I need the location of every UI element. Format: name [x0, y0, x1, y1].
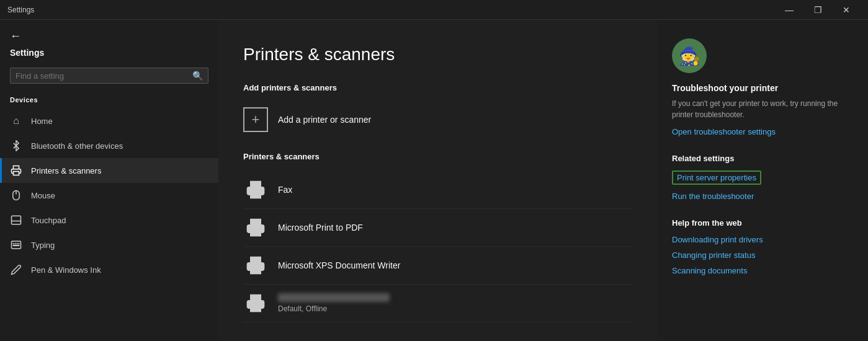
typing-icon — [10, 239, 22, 251]
maximize-button[interactable]: ❐ — [803, 0, 832, 20]
page-title: Printers & scanners — [243, 45, 632, 64]
sidebar-app-title: Settings — [0, 48, 218, 63]
sidebar-label-bluetooth: Bluetooth & other devices — [31, 141, 123, 151]
right-panel: 🧙 Troubleshoot your printer If you can't… — [657, 20, 868, 341]
main-container: ← Settings 🔍 Devices ⌂ Home Bluetooth & … — [0, 20, 868, 341]
printer-icon-xps — [243, 253, 268, 278]
printer-name-pdf: Microsoft Print to PDF — [278, 223, 363, 232]
add-section-title: Add printers & scanners — [243, 83, 632, 92]
sidebar-item-mouse[interactable]: Mouse — [0, 183, 218, 208]
print-server-properties-link[interactable]: Print server properties — [672, 170, 761, 185]
sidebar-item-bluetooth[interactable]: Bluetooth & other devices — [0, 133, 218, 158]
printer-icon-fax — [243, 177, 268, 202]
svg-rect-11 — [251, 192, 261, 198]
printer-icon-pdf — [243, 215, 268, 240]
mouse-icon — [10, 189, 22, 202]
sidebar-item-touchpad[interactable]: Touchpad — [0, 208, 218, 232]
sidebar-label-pen: Pen & Windows Ink — [31, 265, 101, 275]
sidebar-item-pen[interactable]: Pen & Windows Ink — [0, 257, 218, 282]
add-printer-row[interactable]: + Add a printer or scanner — [243, 102, 632, 137]
svg-rect-12 — [251, 229, 261, 236]
content-area: Printers & scanners Add printers & scann… — [218, 20, 657, 341]
sidebar: ← Settings 🔍 Devices ⌂ Home Bluetooth & … — [0, 20, 218, 341]
printer-item-pdf[interactable]: Microsoft Print to PDF — [243, 209, 632, 247]
touchpad-icon — [10, 214, 22, 226]
sidebar-label-home: Home — [31, 117, 53, 126]
search-icon: 🔍 — [192, 71, 203, 81]
window-controls: — ❐ ✕ — [775, 0, 861, 20]
sidebar-item-printers[interactable]: Printers & scanners — [0, 158, 218, 183]
sidebar-label-typing: Typing — [31, 241, 55, 250]
sidebar-label-mouse: Mouse — [31, 191, 55, 200]
svg-rect-14 — [251, 305, 261, 312]
svg-rect-3 — [12, 216, 21, 224]
printer-item-xps[interactable]: Microsoft XPS Document Writer — [243, 247, 632, 285]
printers-section-title: Printers & scanners — [243, 152, 632, 161]
sidebar-section-title: Devices — [0, 94, 218, 108]
printer-icon-default — [243, 291, 268, 316]
search-box[interactable]: 🔍 — [10, 68, 208, 84]
open-troubleshooter-link[interactable]: Open troubleshooter settings — [672, 127, 776, 136]
svg-rect-13 — [251, 267, 261, 274]
app-title: Settings — [7, 6, 775, 14]
printer-status-default: Default, Offline — [278, 304, 390, 313]
close-button[interactable]: ✕ — [832, 0, 861, 20]
sidebar-item-home[interactable]: ⌂ Home — [0, 108, 218, 133]
troubleshoot-desc: If you can't get your printer to work, t… — [672, 98, 853, 120]
printer-name-blurred — [278, 293, 390, 302]
help-link-1[interactable]: Changing printer status — [672, 250, 853, 260]
home-icon: ⌂ — [10, 115, 22, 127]
sidebar-item-typing[interactable]: Typing — [0, 232, 218, 257]
help-web-title: Help from the web — [672, 218, 853, 228]
printer-info-pdf: Microsoft Print to PDF — [278, 223, 363, 232]
printer-item-default[interactable]: Default, Offline — [243, 285, 632, 322]
svg-rect-0 — [14, 172, 19, 175]
minimize-button[interactable]: — — [775, 0, 803, 20]
add-printer-label: Add a printer or scanner — [278, 115, 371, 125]
printer-info-default: Default, Offline — [278, 293, 390, 313]
troubleshoot-title: Troubleshoot your printer — [672, 83, 853, 93]
help-link-0[interactable]: Downloading print drivers — [672, 235, 853, 244]
avatar: 🧙 — [672, 38, 707, 73]
help-link-2[interactable]: Scanning documents — [672, 266, 853, 275]
pen-icon — [10, 264, 22, 276]
printer-item-fax[interactable]: Fax — [243, 171, 632, 209]
printer-info-xps: Microsoft XPS Document Writer — [278, 260, 400, 270]
search-input[interactable] — [16, 71, 192, 81]
titlebar: Settings — ❐ ✕ — [0, 0, 868, 20]
related-settings-title: Related settings — [672, 154, 853, 163]
printer-info-fax: Fax — [278, 185, 292, 195]
printer-name-fax: Fax — [278, 185, 292, 195]
bluetooth-icon — [10, 140, 22, 152]
printer-name-xps: Microsoft XPS Document Writer — [278, 260, 400, 270]
add-icon: + — [243, 107, 268, 132]
printer-nav-icon — [10, 164, 22, 177]
sidebar-label-touchpad: Touchpad — [31, 216, 66, 225]
sidebar-label-printers: Printers & scanners — [31, 166, 101, 175]
back-icon: ← — [10, 30, 21, 43]
run-troubleshooter-link[interactable]: Run the troubleshooter — [672, 192, 754, 201]
back-button[interactable]: ← — [0, 25, 218, 48]
